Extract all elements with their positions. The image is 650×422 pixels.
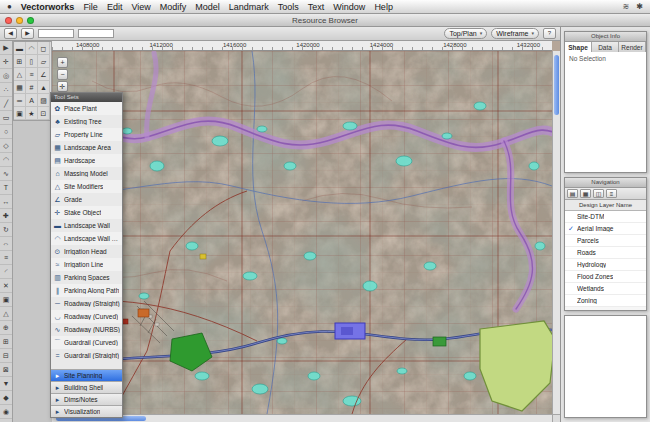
spotlight-icon[interactable]: ✱: [636, 2, 643, 11]
layer-row[interactable]: Flood Zones: [565, 271, 646, 283]
map-canvas[interactable]: [52, 51, 552, 414]
grade-tool[interactable]: ∠ Grade: [51, 193, 122, 206]
close-window-button[interactable]: [5, 17, 12, 24]
place-plant-tool[interactable]: ✿ Place Plant: [51, 102, 122, 115]
dimension-tool-icon[interactable]: ↔: [0, 195, 12, 209]
zone-polygon-yellow[interactable]: [200, 254, 206, 259]
menu-item[interactable]: Edit: [107, 2, 123, 12]
hatch-tool-icon[interactable]: ▨: [38, 94, 50, 107]
zoom-window-button[interactable]: [27, 17, 34, 24]
guardrail-curved-tool[interactable]: ⌒ Guardrail (Curved): [51, 336, 122, 349]
layer-row[interactable]: Site-DTM: [565, 211, 646, 223]
zone-polygon-green-small[interactable]: [433, 337, 446, 346]
space-tool-icon[interactable]: ▦: [14, 81, 26, 94]
roof-tool-icon[interactable]: △: [14, 68, 26, 81]
trim-tool-icon[interactable]: ✕: [0, 279, 12, 293]
roadway-nurbs-tool[interactable]: ∿ Roadway (NURBS): [51, 323, 122, 336]
scale-field[interactable]: [78, 29, 114, 38]
menu-item[interactable]: Help: [374, 2, 393, 12]
guardrail-straight-tool[interactable]: = Guardrail (Straight): [51, 349, 122, 362]
label-tool-icon[interactable]: A: [26, 94, 38, 107]
scale-bar-icon[interactable]: ═: [14, 94, 26, 107]
hardscape-tool[interactable]: ▤ Hardscape: [51, 154, 122, 167]
zoom-out-button[interactable]: −: [57, 69, 68, 80]
window-tool-icon[interactable]: ⊞: [14, 55, 26, 68]
clip-tool-icon[interactable]: ▣: [0, 293, 12, 307]
circle-tool-icon[interactable]: ○: [0, 125, 12, 139]
saved-views-button[interactable]: ◫: [593, 189, 604, 198]
roadway-curved-tool[interactable]: ◡ Roadway (Curved): [51, 310, 122, 323]
toolset-site-planning[interactable]: ▸ Site Planning: [51, 369, 122, 381]
stake-object-tool[interactable]: ✛ Stake Object: [51, 206, 122, 219]
polyline-tool-icon[interactable]: △: [0, 307, 12, 321]
eyedropper-tool-icon[interactable]: ▼: [0, 377, 12, 391]
options-menu-button[interactable]: ≡: [606, 189, 617, 198]
column-tool-icon[interactable]: ▯: [26, 55, 38, 68]
roadway-straight-tool[interactable]: ─ Roadway (Straight): [51, 297, 122, 310]
menu-item[interactable]: Modify: [160, 2, 187, 12]
zone-polygon-orange[interactable]: [138, 309, 149, 317]
door-tool-icon[interactable]: ◻: [38, 42, 50, 55]
layer-row[interactable]: ✓ Aerial Image: [565, 223, 646, 235]
text-tool-icon[interactable]: T: [0, 181, 12, 195]
layers-view-button[interactable]: ▦: [580, 189, 591, 198]
layer-row[interactable]: Zoning: [565, 295, 646, 307]
layer-row[interactable]: Hydrology: [565, 259, 646, 271]
vertical-scrollbar[interactable]: [552, 51, 560, 414]
north-arrow-icon[interactable]: ▲: [38, 81, 50, 94]
menu-item[interactable]: View: [131, 2, 150, 12]
horizontal-scrollbar[interactable]: [52, 414, 552, 422]
arc-tool-icon[interactable]: ◠: [0, 153, 12, 167]
visibility-check-icon[interactable]: ✓: [565, 225, 577, 233]
palette-title[interactable]: Navigation: [565, 178, 646, 188]
landscape-area-tool[interactable]: ▦ Landscape Area: [51, 141, 122, 154]
ramp-tool-icon[interactable]: ∠: [38, 68, 50, 81]
menu-item[interactable]: Landmark: [229, 2, 269, 12]
mirror-tool-icon[interactable]: ⇔: [0, 237, 12, 251]
zoom-tool-icon[interactable]: ◎: [0, 69, 12, 83]
layer-row[interactable]: Wetlands: [565, 283, 646, 295]
fillet-tool-icon[interactable]: ◜: [0, 265, 12, 279]
view-mode-dropdown[interactable]: Top/Plan ▾: [444, 28, 487, 39]
toolset-dims-notes[interactable]: ▸ Dims/Notes: [51, 393, 122, 405]
apple-menu-icon[interactable]: ●: [7, 2, 12, 11]
app-menu[interactable]: Vectorworks: [21, 2, 75, 12]
grid-tool-icon[interactable]: #: [26, 81, 38, 94]
locus-tool-icon[interactable]: ⊕: [0, 321, 12, 335]
airport-status-icon[interactable]: ≋: [623, 2, 630, 11]
menu-item[interactable]: File: [83, 2, 98, 12]
menu-item[interactable]: Text: [308, 2, 325, 12]
classes-view-button[interactable]: ▤: [567, 189, 578, 198]
round-wall-tool-icon[interactable]: ◠: [26, 42, 38, 55]
menu-item[interactable]: Window: [333, 2, 365, 12]
stair-tool-icon[interactable]: ≡: [26, 68, 38, 81]
massing-model-tool[interactable]: ⌂ Massing Model: [51, 167, 122, 180]
irrigation-line-tool[interactable]: ≈ Irrigation Line: [51, 258, 122, 271]
image-tool-icon[interactable]: ▣: [14, 107, 26, 120]
pan-tool-icon[interactable]: ✛: [0, 55, 12, 69]
extrude-tool-icon[interactable]: ⊞: [0, 335, 12, 349]
offset-tool-icon[interactable]: ≡: [0, 251, 12, 265]
palette-title[interactable]: Object Info: [565, 32, 646, 42]
move-tool-icon[interactable]: ✚: [0, 209, 12, 223]
polygon-tool-icon[interactable]: ◇: [0, 139, 12, 153]
snap-point-icon[interactable]: ∴: [0, 83, 12, 97]
freehand-tool-icon[interactable]: ∿: [0, 167, 12, 181]
menu-item[interactable]: Model: [195, 2, 220, 12]
window-title-bar[interactable]: Resource Browser: [0, 14, 650, 27]
wall-tool-icon[interactable]: ▬: [14, 42, 26, 55]
rotate-tool-icon[interactable]: ↻: [0, 223, 12, 237]
menu-item[interactable]: Tools: [278, 2, 299, 12]
layer-row[interactable]: Parcels: [565, 235, 646, 247]
group-tool-icon[interactable]: ⊡: [38, 107, 50, 120]
symbol-tool-icon[interactable]: ★: [26, 107, 38, 120]
irrigation-head-tool[interactable]: ⊙ Irrigation Head: [51, 245, 122, 258]
parking-spaces-tool[interactable]: ▥ Parking Spaces: [51, 271, 122, 284]
scrollbar-thumb[interactable]: [554, 55, 559, 115]
existing-tree-tool[interactable]: ♣ Existing Tree: [51, 115, 122, 128]
toolset-building-shell[interactable]: ▸ Building Shell: [51, 381, 122, 393]
minimize-window-button[interactable]: [16, 17, 23, 24]
subtract-solids-icon[interactable]: ⊟: [0, 349, 12, 363]
coordinate-field[interactable]: [38, 29, 74, 38]
spiral-tool-icon[interactable]: ◉: [0, 405, 12, 419]
